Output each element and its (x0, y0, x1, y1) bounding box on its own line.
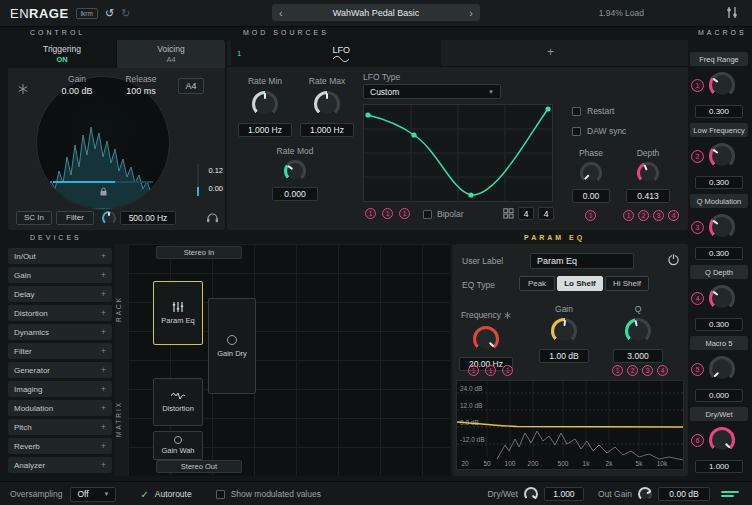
bipolar-checkbox[interactable] (423, 210, 432, 219)
envelope-position-slider[interactable] (53, 181, 153, 183)
depth-knob[interactable] (637, 162, 659, 184)
mod-slot-badge[interactable]: 1 (485, 365, 496, 376)
io-faders-icon[interactable] (725, 6, 740, 19)
macro-knob[interactable] (709, 72, 735, 98)
device-category-imaging[interactable]: Imaging+ (8, 381, 112, 397)
mod-slot-badge[interactable]: 4 (657, 365, 668, 376)
macro-number-badge[interactable]: 3 (691, 221, 704, 234)
add-icon[interactable]: + (101, 441, 106, 451)
add-mod-source-button[interactable]: + (547, 45, 554, 59)
add-icon[interactable]: + (101, 384, 106, 394)
grid-snap-icon[interactable] (503, 208, 514, 219)
outgain-value[interactable]: 0.00 dB (658, 487, 710, 501)
tab-voicing[interactable]: Voicing A4 (117, 40, 225, 68)
restart-checkbox[interactable] (572, 107, 581, 116)
stereo-out-node[interactable]: Stereo Out (156, 460, 242, 473)
q-knob[interactable] (625, 318, 651, 344)
add-icon[interactable]: + (101, 346, 106, 356)
drywet-mini-knob[interactable] (524, 487, 538, 501)
mod-slot-badge[interactable]: 1 (612, 365, 623, 376)
envelope-scroll-slider[interactable] (197, 164, 199, 196)
filter-cutoff-knob[interactable] (102, 211, 116, 225)
module-gain-dry[interactable]: Gain Dry (208, 298, 256, 394)
eq-gain-value[interactable]: 1.00 dB (539, 349, 589, 363)
macro-number-badge[interactable]: 6 (691, 434, 704, 447)
tab-triggering[interactable]: Triggering ON (8, 40, 116, 68)
note-button[interactable]: A4 (178, 78, 204, 94)
lock-icon[interactable] (99, 187, 108, 197)
macro-value[interactable]: 0.300 (695, 105, 743, 118)
rate-max-knob[interactable] (314, 91, 340, 117)
rate-mod-knob[interactable] (284, 160, 306, 182)
undo-icon[interactable]: ↺ (105, 7, 114, 20)
macro-knob[interactable] (709, 285, 735, 311)
daw-sync-checkbox[interactable] (572, 127, 581, 136)
lfo-tab[interactable]: 1 LFO (231, 40, 441, 66)
gain-readout[interactable]: Gain 0.00 dB (48, 74, 106, 96)
device-category-distortion[interactable]: Distortion+ (8, 305, 112, 321)
device-category-pitch[interactable]: Pitch+ (8, 419, 112, 435)
autoroute-label[interactable]: Autoroute (155, 489, 192, 499)
mod-slot-badge[interactable]: 1 (623, 210, 634, 221)
module-gain-wah[interactable]: Gain Wah (153, 431, 203, 460)
device-category-dynamics[interactable]: Dynamics+ (8, 324, 112, 340)
module-distortion[interactable]: Distortion (153, 378, 203, 426)
macro-knob[interactable] (709, 214, 735, 240)
mod-slot-badge[interactable]: 3 (642, 365, 653, 376)
macro-number-badge[interactable]: 1 (691, 79, 704, 92)
stereo-in-node[interactable]: Stereo In (156, 246, 242, 259)
grid-y-value[interactable]: 4 (538, 207, 554, 220)
snowflake-icon[interactable] (504, 312, 511, 319)
mod-slot-badge[interactable]: 1 (468, 365, 479, 376)
mod-slot-badge[interactable]: 1 (399, 208, 410, 219)
add-icon[interactable]: + (101, 327, 106, 337)
show-modulated-checkbox[interactable] (216, 490, 225, 499)
device-category-in-out[interactable]: In/Out+ (8, 248, 112, 264)
add-icon[interactable]: + (101, 289, 106, 299)
mod-slot-badge[interactable]: 4 (668, 210, 679, 221)
release-readout[interactable]: Release 100 ms (112, 74, 170, 96)
q-value[interactable]: 3.000 (613, 349, 663, 363)
frequency-knob[interactable] (473, 326, 499, 352)
eq-graph[interactable]: 24.0 dB 12.0 dB 0.0 dB -12.0 dB 20 50 10… (456, 380, 684, 470)
macro-number-badge[interactable]: 2 (691, 150, 704, 163)
snowflake-icon[interactable] (18, 84, 28, 94)
next-preset-button[interactable]: › (469, 8, 473, 18)
sc-in-button[interactable]: SC In (16, 211, 52, 225)
grid-x-value[interactable]: 4 (518, 207, 534, 220)
rate-max-value[interactable]: 1.000 Hz (300, 123, 354, 137)
macro-value[interactable]: 0.300 (695, 176, 743, 189)
oversampling-dropdown[interactable]: Off ▼ (70, 487, 116, 502)
filter-freq-value[interactable]: 500.00 Hz (120, 211, 176, 225)
user-label-input[interactable] (530, 253, 634, 269)
phase-value[interactable]: 0.00 (572, 189, 610, 203)
eq-type-lo-shelf-button[interactable]: Lo Shelf (557, 276, 603, 291)
eq-type-hi-shelf-button[interactable]: Hi Shelf (605, 276, 649, 291)
macro-value[interactable]: 1.000 (695, 460, 743, 473)
device-category-analyzer[interactable]: Analyzer+ (8, 457, 112, 473)
mod-slot-badge[interactable]: 1 (502, 365, 513, 376)
device-category-reverb[interactable]: Reverb+ (8, 438, 112, 454)
module-param-eq[interactable]: Param Eq (153, 281, 203, 345)
add-icon[interactable]: + (101, 422, 106, 432)
preset-name[interactable]: WahWah Pedal Basic (333, 8, 419, 18)
outgain-mini-knob[interactable] (638, 487, 652, 501)
macro-value[interactable]: 0.000 (695, 389, 743, 402)
rate-mod-value[interactable]: 0.000 (272, 187, 318, 201)
lfo-type-dropdown[interactable]: Custom ▼ (363, 84, 501, 99)
phase-mod-badge[interactable]: 1 (585, 210, 596, 221)
filter-button[interactable]: Filter (56, 211, 94, 225)
depth-value[interactable]: 0.413 (626, 189, 670, 203)
macro-knob[interactable] (709, 356, 735, 382)
mod-slot-badge[interactable]: 2 (638, 210, 649, 221)
device-category-filter[interactable]: Filter+ (8, 343, 112, 359)
mod-slot-badge[interactable]: 1 (365, 208, 376, 219)
power-button[interactable] (667, 253, 680, 266)
add-icon[interactable]: + (101, 403, 106, 413)
macro-knob[interactable] (709, 143, 735, 169)
routing-grid[interactable]: Stereo In Param Eq Gain Dry (128, 244, 450, 476)
device-category-modulation[interactable]: Modulation+ (8, 400, 112, 416)
macro-number-badge[interactable]: 5 (691, 363, 704, 376)
eq-gain-knob[interactable] (551, 318, 577, 344)
drywet-value[interactable]: 1.000 (544, 487, 584, 501)
